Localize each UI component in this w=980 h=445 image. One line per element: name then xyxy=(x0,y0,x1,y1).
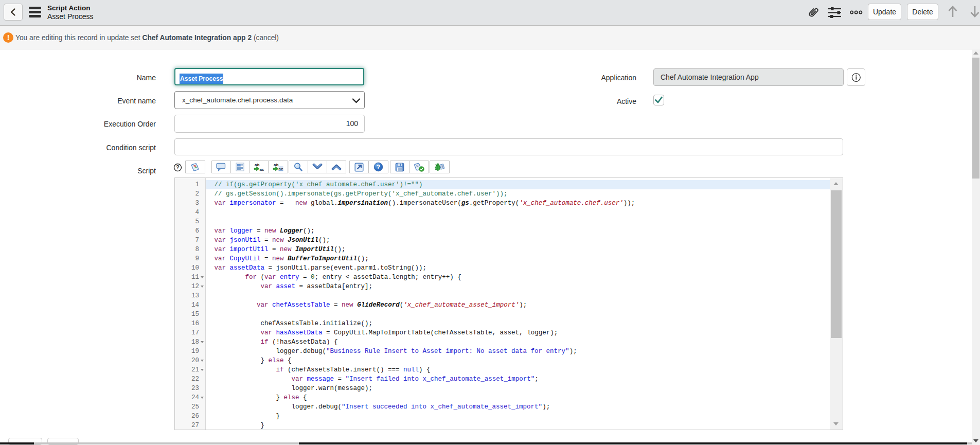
svg-text:ac: ac xyxy=(279,167,283,171)
svg-text:?: ? xyxy=(377,164,380,171)
svg-text:ab: ab xyxy=(255,163,259,167)
svg-text:?: ? xyxy=(176,164,179,170)
svg-text:ac: ac xyxy=(260,167,264,172)
svg-text:ab: ab xyxy=(274,163,278,167)
